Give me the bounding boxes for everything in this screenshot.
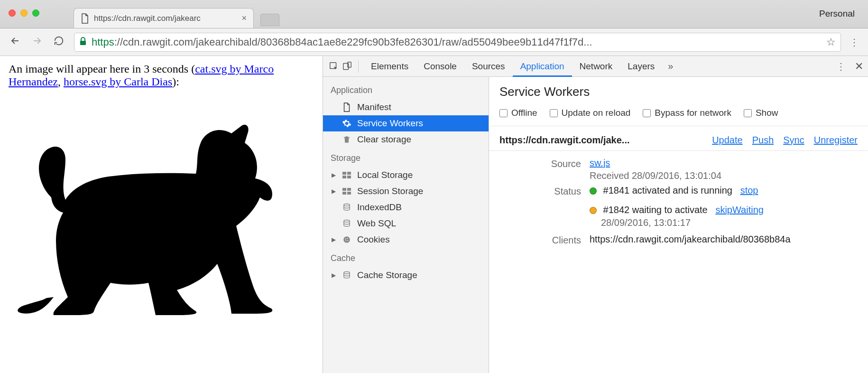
svg-point-12 [344, 204, 350, 206]
checkbox[interactable] [499, 109, 508, 117]
checkbox[interactable] [643, 109, 651, 117]
svg-rect-8 [342, 188, 346, 191]
sw-action-unregister[interactable]: Unregister [814, 135, 858, 146]
sw-check-offline[interactable]: Offline [499, 108, 537, 118]
svg-point-18 [346, 240, 347, 241]
sw-stop-link[interactable]: stop [740, 185, 758, 196]
label-source: Source [499, 158, 590, 169]
svg-rect-6 [342, 176, 346, 178]
bookmark-star-icon[interactable]: ☆ [826, 36, 836, 48]
devtools-tab-layers[interactable]: Layers [620, 56, 662, 77]
sidebar-item-label: Service Workers [357, 118, 423, 129]
expand-triangle-icon: ▶ [332, 172, 336, 178]
url-rest: ://cdn.rawgit.com/jakearchibald/80368b84… [114, 36, 592, 48]
devtools-panel: ElementsConsoleSourcesApplicationNetwork… [323, 56, 868, 373]
sw-skipwaiting-link[interactable]: skipWaiting [715, 205, 764, 215]
sw-action-update[interactable]: Update [712, 135, 743, 146]
cat-image [9, 88, 293, 316]
svg-rect-0 [80, 41, 86, 45]
reload-button[interactable] [52, 36, 65, 49]
db-icon [342, 219, 351, 228]
trash-icon [342, 135, 351, 144]
devtools-tab-elements[interactable]: Elements [363, 56, 416, 77]
sw-actions: UpdatePushSyncUnregister [712, 135, 858, 146]
sw-action-sync[interactable]: Sync [783, 135, 804, 146]
sidebar-item-session-storage[interactable]: ▶Session Storage [323, 183, 489, 199]
maximize-window-button[interactable] [32, 9, 39, 17]
sidebar-item-manifest[interactable]: Manifest [323, 99, 489, 115]
devtools-more-tabs-icon[interactable]: » [663, 61, 678, 72]
svg-rect-10 [342, 192, 346, 195]
forward-button[interactable] [30, 35, 44, 49]
sw-action-push[interactable]: Push [752, 135, 774, 146]
devtools-menu-button[interactable]: ⋮ [836, 61, 846, 72]
devtools-tab-sources[interactable]: Sources [464, 56, 513, 77]
sidebar-item-service-workers[interactable]: Service Workers [323, 115, 489, 131]
close-tab-icon[interactable]: × [241, 13, 247, 23]
page-icon [81, 13, 89, 24]
sidebar-item-clear-storage[interactable]: Clear storage [323, 131, 489, 148]
window-controls [9, 9, 39, 17]
sw-options-row: OfflineUpdate on reloadBypass for networ… [489, 106, 868, 126]
expand-triangle-icon: ▶ [332, 272, 336, 279]
sw-source-received: Received 28/09/2016, 13:01:04 [590, 170, 858, 181]
browser-window: https://cdn.rawgit.com/jakearc × Persona… [0, 0, 868, 373]
address-bar[interactable]: https://cdn.rawgit.com/jakearchibald/803… [74, 33, 841, 52]
sw-waiting-time: 28/09/2016, 13:01:17 [590, 217, 858, 228]
new-tab-button[interactable] [260, 14, 279, 26]
devtools-tab-console[interactable]: Console [416, 56, 464, 77]
svg-rect-9 [347, 188, 351, 191]
checkbox[interactable] [550, 109, 558, 117]
sw-check-update-on-reload[interactable]: Update on reload [550, 108, 631, 118]
sw-status-waiting: #1842 waiting to activate skipWaiting 28… [590, 205, 858, 228]
sw-check-show[interactable]: Show [744, 108, 778, 118]
profile-label[interactable]: Personal [819, 9, 855, 19]
sidebar-item-cache-storage[interactable]: ▶Cache Storage [323, 267, 489, 283]
sidebar-group-header: Cache [323, 248, 489, 267]
sidebar-item-label: Clear storage [357, 134, 411, 145]
sw-check-bypass-for-network[interactable]: Bypass for network [643, 108, 731, 118]
sidebar-item-local-storage[interactable]: ▶Local Storage [323, 167, 489, 183]
sw-origin-row: https://cdn.rawgit.com/jake... UpdatePus… [489, 126, 868, 151]
sidebar-item-web-sql[interactable]: Web SQL [323, 215, 489, 232]
sw-origin: https://cdn.rawgit.com/jake... [499, 135, 630, 146]
svg-point-19 [344, 272, 350, 274]
page-text: An image will appear here in 3 seconds (… [9, 63, 314, 88]
back-button[interactable] [9, 35, 22, 49]
sidebar-item-indexeddb[interactable]: IndexedDB [323, 199, 489, 215]
lock-icon [79, 36, 87, 48]
svg-rect-11 [347, 192, 351, 195]
sidebar-item-label: Cookies [357, 234, 390, 245]
devtools-close-icon[interactable]: ✕ [855, 60, 863, 73]
status-dot-orange-icon [590, 207, 597, 214]
doc-icon [342, 103, 351, 112]
sidebar-group-header: Application [323, 80, 489, 99]
service-workers-panel: Service Workers OfflineUpdate on reloadB… [489, 77, 868, 373]
db-icon [342, 270, 351, 280]
svg-rect-3 [348, 62, 351, 67]
status-dot-green-icon [590, 187, 597, 195]
browser-tab[interactable]: https://cdn.rawgit.com/jakearc × [74, 8, 254, 28]
sidebar-group-header: Storage [323, 148, 489, 167]
sidebar-item-label: Manifest [357, 102, 391, 112]
link-horse-svg[interactable]: horse.svg by Carla Dias [64, 75, 172, 88]
sidebar-item-label: IndexedDB [357, 202, 402, 213]
sidebar-item-label: Cache Storage [357, 270, 417, 280]
page-viewport: An image will appear here in 3 seconds (… [0, 56, 323, 373]
browser-menu-button[interactable]: ⋮ [850, 37, 859, 48]
device-toolbar-icon[interactable] [341, 60, 353, 73]
grid-icon [342, 188, 351, 195]
devtools-tab-network[interactable]: Network [572, 56, 620, 77]
sw-source-link[interactable]: sw.js [590, 158, 610, 168]
checkbox[interactable] [744, 109, 752, 117]
svg-rect-4 [342, 172, 346, 175]
application-sidebar: ApplicationManifestService WorkersClear … [323, 77, 489, 373]
devtools-tab-application[interactable]: Application [513, 56, 572, 77]
sidebar-item-cookies[interactable]: ▶Cookies [323, 232, 489, 248]
cookie-icon [342, 235, 351, 244]
inspect-element-icon[interactable] [328, 60, 340, 73]
gear-icon [342, 119, 351, 128]
svg-point-14 [343, 236, 350, 243]
minimize-window-button[interactable] [20, 9, 28, 17]
close-window-button[interactable] [9, 9, 16, 17]
